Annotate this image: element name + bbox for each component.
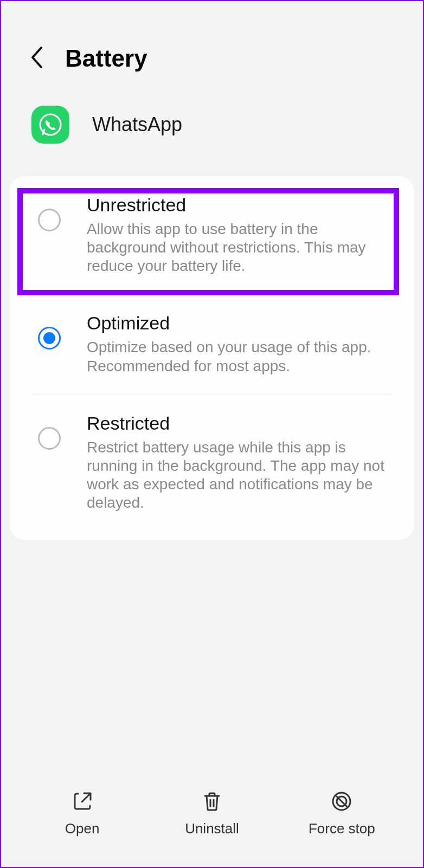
app-info-row: WhatsApp [1,89,423,176]
whatsapp-app-icon [31,106,69,144]
open-label: Open [65,820,100,837]
option-text: Optimized Optimize based on your usage o… [87,313,394,375]
option-title: Unrestricted [87,195,394,216]
option-optimized[interactable]: Optimized Optimize based on your usage o… [10,294,414,393]
option-title: Optimized [87,313,394,334]
radio-unrestricted[interactable] [38,209,61,231]
trash-icon [201,790,223,813]
force-stop-label: Force stop [309,820,375,837]
radio-optimized[interactable] [38,327,61,349]
header-bar: Battery [1,1,423,89]
option-text: Unrestricted Allow this app to use batte… [87,195,394,275]
option-unrestricted[interactable]: Unrestricted Allow this app to use batte… [10,176,414,294]
radio-restricted[interactable] [38,427,61,450]
force-stop-button[interactable]: Force stop [277,790,407,837]
option-restricted[interactable]: Restricted Restrict battery usage while … [10,394,414,531]
uninstall-label: Uninstall [185,820,239,837]
stop-icon [330,790,353,813]
back-button[interactable] [27,43,47,73]
chevron-left-icon [29,46,44,69]
option-description: Restrict battery usage while this app is… [87,438,394,513]
whatsapp-logo-icon [38,113,62,137]
open-button[interactable]: Open [17,790,147,837]
open-icon [71,790,94,813]
battery-options-card: Unrestricted Allow this app to use batte… [10,176,414,540]
option-title: Restricted [87,413,394,434]
page-title: Battery [65,45,147,72]
uninstall-button[interactable]: Uninstall [147,790,277,837]
option-text: Restricted Restrict battery usage while … [87,413,394,513]
bottom-action-bar: Open Uninstall Force stop [1,775,423,867]
app-name-label: WhatsApp [92,113,182,136]
option-description: Allow this app to use battery in the bac… [87,220,394,275]
option-description: Optimize based on your usage of this app… [87,338,394,375]
